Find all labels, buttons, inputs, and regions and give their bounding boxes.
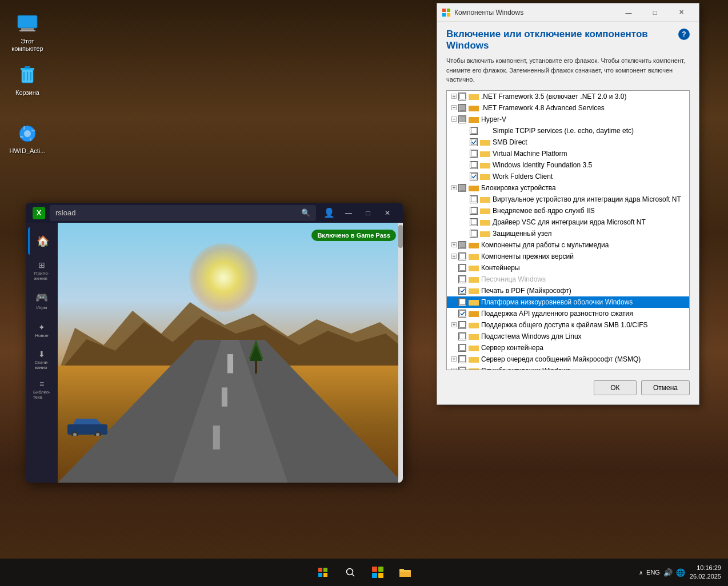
store-minimize-button[interactable]: —	[340, 204, 357, 222]
store-maximize-button[interactable]: □	[359, 204, 377, 222]
tree-expander-media-components[interactable]	[449, 240, 458, 250]
start-button[interactable]	[311, 561, 334, 584]
tree-checkbox-virtual-machine-platform[interactable]	[470, 150, 478, 158]
tree-checkbox-linux-subsystem[interactable]	[458, 332, 466, 340]
tree-checkbox-msmq[interactable]	[458, 355, 466, 363]
store-search-bar[interactable]: rsload 🔍	[50, 205, 316, 221]
tree-item-container-server[interactable]: Сервер контейнера	[447, 342, 689, 354]
tree-item-hyperv[interactable]: Hyper-V	[447, 114, 689, 125]
tree-expander-device-lockdown[interactable]	[449, 183, 458, 192]
tree-checkbox-smb-direct[interactable]	[470, 138, 478, 146]
svg-rect-38	[480, 163, 490, 168]
tree-checkbox-vsc-driver[interactable]	[470, 218, 478, 226]
cancel-button[interactable]: Отмена	[641, 380, 690, 395]
tree-expander-protected-node	[461, 229, 470, 238]
tree-expander-hyperv[interactable]	[449, 115, 458, 124]
tree-item-linux-subsystem[interactable]: Подсистема Windows для Linux	[447, 331, 689, 342]
tree-item-remote-api[interactable]: Поддержка API удаленного разностного сжа…	[447, 308, 689, 319]
tree-checkbox-media-components[interactable]	[458, 241, 466, 249]
speaker-icon[interactable]: 🔊	[663, 568, 673, 577]
sidebar-item-downloads[interactable]: ⬇ Скачи-вания	[28, 346, 55, 374]
tree-checkbox-work-folders-client[interactable]	[470, 172, 478, 180]
tree-item-vsc-driver[interactable]: Драйвер VSC для интеграции ядра Microsof…	[447, 216, 689, 228]
desktop-icon-recycle-bin[interactable]: Корзина	[7, 62, 48, 99]
tree-item-activation-service[interactable]: Служба активации Windows	[447, 365, 689, 370]
tree-item-web-core[interactable]: Внедряемое веб-ядро служб IIS	[447, 205, 689, 216]
tree-folder-low-level-platform	[469, 298, 479, 306]
store-scrollbar[interactable]	[398, 223, 403, 483]
tree-item-containers[interactable]: Контейнеры	[447, 262, 689, 274]
tree-item-low-level-platform[interactable]: Платформа низкоуровневой оболочки Window…	[447, 296, 689, 308]
tree-item-msmq[interactable]: Сервер очереди сообщений Майкрософт (MSM…	[447, 354, 689, 365]
help-button[interactable]: ?	[678, 29, 690, 40]
tree-item-legacy-components[interactable]: Компоненты прежних версий	[447, 251, 689, 262]
tree-expander-net48[interactable]	[449, 103, 458, 113]
desktop-icon-hwid[interactable]: HWID_Acti...	[7, 120, 48, 157]
tree-checkbox-activation-service[interactable]	[458, 367, 466, 370]
tree-item-protected-node[interactable]: Защищенный узел	[447, 228, 689, 239]
language-indicator[interactable]: ENG	[646, 569, 660, 576]
tree-expander-msmq[interactable]	[449, 355, 458, 364]
svg-point-130	[347, 569, 353, 575]
network-icon[interactable]: 🌐	[676, 568, 685, 577]
chevron-up-icon[interactable]: ∧	[639, 569, 643, 576]
tree-checkbox-protected-node[interactable]	[470, 230, 478, 238]
tree-item-media-components[interactable]: Компоненты для работы с мультимедиа	[447, 239, 689, 251]
tree-item-simple-tcpip[interactable]: Simple TCPIP services (i.e. echo, daytim…	[447, 125, 689, 137]
tree-checkbox-container-server[interactable]	[458, 344, 466, 352]
tree-checkbox-pdf-print[interactable]	[458, 287, 466, 295]
tree-item-pdf-print[interactable]: Печать в PDF (Майкрософт)	[447, 285, 689, 296]
home-icon: 🏠	[37, 235, 49, 247]
store-button[interactable]	[366, 561, 389, 584]
tree-item-sandbox[interactable]: Песочница Windows	[447, 274, 689, 285]
store-user-icon[interactable]: 👤	[321, 204, 338, 222]
tree-checkbox-web-core[interactable]	[470, 207, 478, 215]
tree-expander-activation-service[interactable]	[449, 366, 458, 370]
sidebar-item-home[interactable]: 🏠	[28, 227, 55, 255]
tree-checkbox-virtual-nt[interactable]	[470, 195, 478, 203]
dialog-description: Чтобы включить компонент, установите его…	[446, 56, 690, 85]
tree-item-work-folders-client[interactable]: Work Folders Client	[447, 171, 689, 182]
sidebar-item-games[interactable]: 🎮 Игры	[28, 287, 55, 314]
tree-item-virtual-machine-platform[interactable]: Virtual Machine Platform	[447, 148, 689, 159]
close-button[interactable]: ✕	[668, 3, 694, 22]
tree-checkbox-legacy-components[interactable]	[458, 252, 466, 260]
tree-item-device-lockdown[interactable]: Блокировка устройства	[447, 182, 689, 194]
tree-checkbox-low-level-platform[interactable]	[458, 298, 466, 306]
search-button[interactable]	[339, 561, 362, 584]
desktop-icon-my-computer[interactable]: Этоткомпьютер	[7, 10, 48, 55]
tree-checkbox-sandbox[interactable]	[458, 275, 466, 283]
maximize-button[interactable]: □	[642, 3, 668, 22]
tree-item-net48[interactable]: .NET Framework 4.8 Advanced Services	[447, 102, 689, 114]
components-tree[interactable]: .NET Framework 3.5 (включает .NET 2.0 и …	[446, 90, 690, 370]
tree-expander-net35[interactable]	[449, 92, 458, 101]
store-close-button[interactable]: ✕	[379, 204, 396, 222]
explorer-button[interactable]	[394, 561, 417, 584]
tree-checkbox-smb-sharing[interactable]	[458, 321, 466, 329]
tree-checkbox-net48[interactable]	[458, 104, 466, 112]
sidebar-item-library[interactable]: ≡ Библио-тека	[28, 376, 55, 403]
clock[interactable]: 10:16:29 26.02.2025	[690, 564, 721, 581]
tree-checkbox-simple-tcpip[interactable]	[470, 127, 478, 135]
tree-item-net35[interactable]: .NET Framework 3.5 (включает .NET 2.0 и …	[447, 91, 689, 102]
tree-checkbox-net35[interactable]	[458, 93, 466, 101]
tree-checkbox-remote-api[interactable]	[458, 310, 466, 318]
tree-expander-work-folders-client	[461, 172, 470, 181]
tree-checkbox-device-lockdown[interactable]	[458, 184, 466, 192]
svg-rect-137	[399, 572, 411, 577]
tree-item-smb-direct[interactable]: SMB Direct	[447, 137, 689, 148]
ok-button[interactable]: ОК	[594, 380, 637, 395]
tree-checkbox-windows-identity-foundation[interactable]	[470, 161, 478, 169]
tree-expander-legacy-components[interactable]	[449, 252, 458, 261]
minimize-button[interactable]: —	[615, 3, 642, 22]
tree-checkbox-containers[interactable]	[458, 264, 466, 272]
sidebar-item-new[interactable]: ✦ Новое	[28, 316, 55, 344]
tree-item-windows-identity-foundation[interactable]: Windows Identity Foundation 3.5	[447, 159, 689, 171]
tree-expander-smb-sharing[interactable]	[449, 320, 458, 330]
scrollbar-thumb[interactable]	[398, 225, 403, 248]
tree-item-smb-sharing[interactable]: Поддержка общего доступа к файлам SMB 1.…	[447, 319, 689, 331]
tree-checkbox-hyperv[interactable]	[458, 115, 466, 123]
sidebar-item-apps[interactable]: ⊞ Прило-жения	[28, 257, 55, 284]
tree-item-virtual-nt[interactable]: Виртуальное устройство для интеграции яд…	[447, 194, 689, 205]
date-display: 26.02.2025	[690, 572, 721, 581]
